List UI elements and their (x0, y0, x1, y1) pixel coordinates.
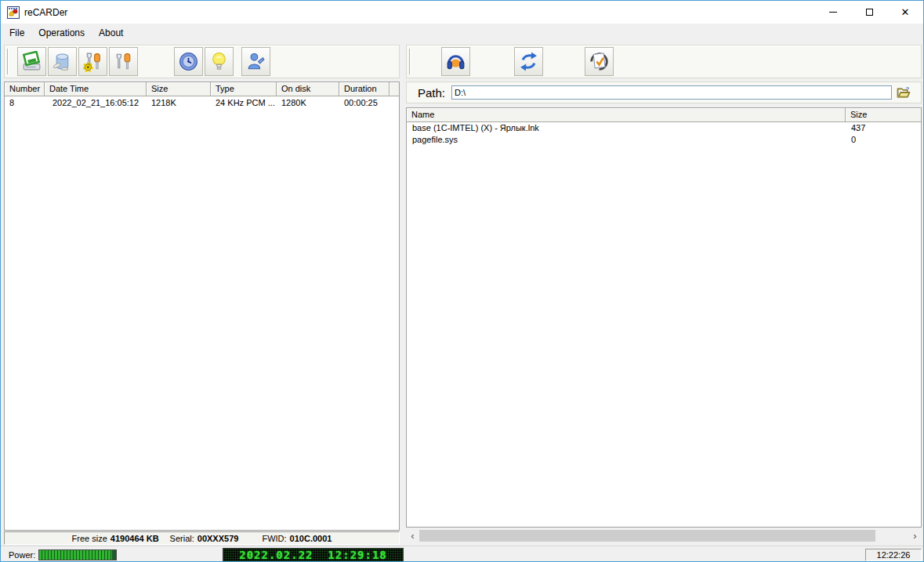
table-row[interactable]: 8 2022_02_21_16:05:12 1218K 24 KHz PCM .… (5, 96, 399, 110)
file-list: Name Size base (1C-IMTEL) (X) - Ярлык.ln… (406, 107, 922, 528)
menu-bar: File Operations About (1, 24, 923, 42)
scroll-left-arrow-icon[interactable]: ‹ (406, 528, 419, 543)
maximize-button[interactable] (851, 1, 887, 24)
system-time: 12:22:26 (865, 549, 922, 561)
toolbar-right (406, 45, 922, 78)
serial-value: 00XXX579 (197, 534, 239, 543)
format-cylinder-icon (52, 51, 73, 72)
read-card-button[interactable] (17, 47, 46, 76)
minimize-button[interactable] (815, 1, 851, 24)
col-type[interactable]: Type (211, 82, 277, 96)
browse-folder-button[interactable] (894, 85, 913, 100)
toolbar-gripper (409, 49, 410, 74)
toolbar-gripper (7, 49, 8, 74)
file-row[interactable]: pagefile.sys 0 (407, 134, 921, 146)
tools-button[interactable] (109, 47, 138, 76)
power-label: Power: (9, 550, 35, 560)
window-controls: ✕ (815, 1, 923, 24)
col-file-size[interactable]: Size (846, 108, 921, 122)
col-spacer (390, 82, 399, 96)
app-window: reCARDer ✕ File Operations About (0, 0, 924, 562)
user-icon (245, 51, 266, 72)
menu-operations[interactable]: Operations (31, 25, 92, 41)
toolbar-left (4, 45, 400, 78)
cell-number: 8 (5, 96, 45, 110)
col-duration[interactable]: Duration (339, 82, 390, 96)
path-panel: Path: (406, 82, 922, 103)
card-save-icon (21, 51, 42, 72)
window-title: reCARDer (24, 7, 67, 18)
refresh-icon (518, 51, 539, 72)
col-datetime[interactable]: Date Time (45, 82, 147, 96)
file-name: base (1C-IMTEL) (X) - Ярлык.lnk (407, 122, 846, 134)
verify-icon (589, 51, 610, 72)
path-label: Path: (418, 86, 445, 100)
col-number[interactable]: Number (5, 82, 45, 96)
clock-button[interactable] (174, 47, 203, 76)
user-button[interactable] (241, 47, 270, 76)
col-ondisk[interactable]: On disk (277, 82, 339, 96)
cell-duration: 00:00:25 (339, 96, 390, 110)
menu-file[interactable]: File (2, 25, 31, 41)
free-size-label: Free size (72, 534, 107, 543)
fwid-label: FWID: (262, 534, 286, 543)
menu-about[interactable]: About (92, 25, 130, 41)
file-size: 0 (846, 134, 921, 146)
headphones-icon (445, 51, 466, 72)
close-icon: ✕ (901, 7, 910, 17)
horizontal-scrollbar[interactable]: ‹ › (406, 528, 922, 543)
clock-icon (178, 51, 199, 72)
file-list-header: Name Size (407, 108, 921, 122)
led-clock-display: 2022.02.22 12:29:18 (223, 548, 404, 562)
cell-type: 24 KHz PCM ... (211, 96, 277, 110)
bottom-status-bar: Power: 2022.02.22 12:29:18 12:22:26 (1, 546, 924, 562)
lamp-icon (208, 51, 230, 72)
file-size: 437 (846, 122, 921, 134)
scrollbar-thumb[interactable] (419, 530, 875, 542)
path-input[interactable] (451, 85, 892, 100)
app-icon (7, 6, 20, 19)
cell-ondisk: 1280K (277, 96, 339, 110)
power-meter (38, 549, 117, 560)
verify-button[interactable] (585, 47, 614, 76)
serial-label: Serial: (170, 534, 194, 543)
listen-button[interactable] (441, 47, 470, 76)
fwid-value: 010C.0001 (290, 534, 332, 543)
col-name[interactable]: Name (407, 108, 846, 122)
minimize-icon (829, 12, 837, 13)
open-folder-icon (897, 87, 911, 99)
cell-size: 1218K (147, 96, 211, 110)
records-table: Number Date Time Size Type On disk Durat… (4, 82, 400, 531)
card-status-bar: Free size 4190464 KB Serial: 00XXX579 FW… (4, 531, 400, 545)
close-button[interactable]: ✕ (887, 1, 923, 24)
settings-tools-icon (82, 51, 103, 72)
settings-button[interactable] (78, 47, 107, 76)
free-size-value: 4190464 KB (111, 534, 159, 543)
lamp-button[interactable] (205, 47, 234, 76)
refresh-button[interactable] (514, 47, 543, 76)
col-size[interactable]: Size (147, 82, 211, 96)
records-table-header: Number Date Time Size Type On disk Durat… (5, 82, 399, 96)
tools-icon (113, 51, 134, 72)
maximize-icon (866, 9, 873, 16)
cell-datetime: 2022_02_21_16:05:12 (45, 96, 147, 110)
file-row[interactable]: base (1C-IMTEL) (X) - Ярлык.lnk 437 (407, 122, 921, 134)
format-button[interactable] (48, 47, 77, 76)
title-bar: reCARDer ✕ (1, 1, 923, 24)
file-name: pagefile.sys (407, 134, 846, 146)
scroll-right-arrow-icon[interactable]: › (908, 528, 922, 543)
